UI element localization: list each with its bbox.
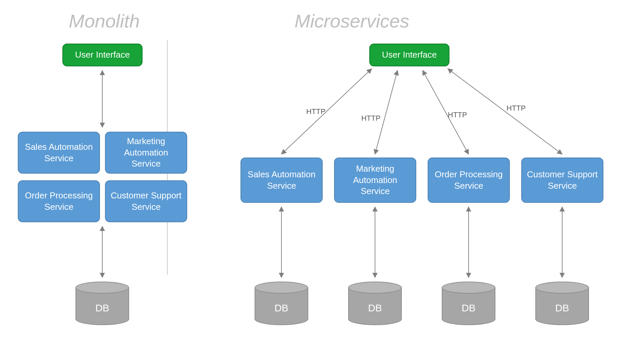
- micro-service-marketing: Marketing Automation Service: [334, 158, 416, 203]
- monolith-service-label: Customer Support Service: [109, 190, 183, 213]
- micro-service-label: Sales Automation Service: [245, 169, 319, 192]
- monolith-ui-label: User Interface: [75, 49, 130, 61]
- monolith-service-label: Marketing Automation Service: [109, 136, 183, 170]
- svg-line-2: [281, 69, 372, 154]
- http-label-4: HTTP: [506, 104, 526, 113]
- http-label-3: HTTP: [448, 111, 467, 119]
- monolith-service-label: Order Processing Service: [22, 190, 96, 213]
- micro-service-sales: Sales Automation Service: [240, 158, 323, 203]
- micro-db-icon-1: DB: [255, 282, 308, 325]
- db-label: DB: [255, 302, 308, 314]
- monolith-ui-box: User Interface: [62, 44, 143, 66]
- db-label: DB: [442, 302, 495, 314]
- monolith-service-support: Customer Support Service: [105, 180, 187, 222]
- monolith-service-marketing: Marketing Automation Service: [105, 132, 187, 174]
- db-label: DB: [75, 302, 129, 314]
- http-label-1: HTTP: [306, 107, 325, 116]
- svg-line-3: [375, 70, 397, 154]
- micro-service-label: Customer Support Service: [525, 169, 599, 192]
- db-label: DB: [348, 302, 402, 314]
- monolith-db-icon: DB: [75, 282, 129, 325]
- micro-ui-box: User Interface: [369, 44, 449, 66]
- micro-db-icon-4: DB: [535, 282, 589, 325]
- monolith-service-order: Order Processing Service: [18, 180, 100, 222]
- monolith-service-label: Sales Automation Service: [22, 141, 96, 164]
- micro-service-label: Order Processing Service: [432, 169, 506, 192]
- micro-db-icon-2: DB: [348, 282, 402, 325]
- micro-ui-label: User Interface: [382, 49, 437, 61]
- title-monolith: Monolith: [69, 10, 140, 32]
- title-microservices: Microservices: [294, 10, 409, 32]
- db-label: DB: [535, 302, 589, 314]
- micro-service-support: Customer Support Service: [521, 158, 603, 203]
- monolith-service-sales: Sales Automation Service: [18, 132, 100, 174]
- micro-service-order: Order Processing Service: [428, 158, 510, 203]
- http-label-2: HTTP: [361, 114, 380, 123]
- micro-db-icon-3: DB: [442, 282, 495, 325]
- micro-service-label: Marketing Automation Service: [338, 163, 412, 197]
